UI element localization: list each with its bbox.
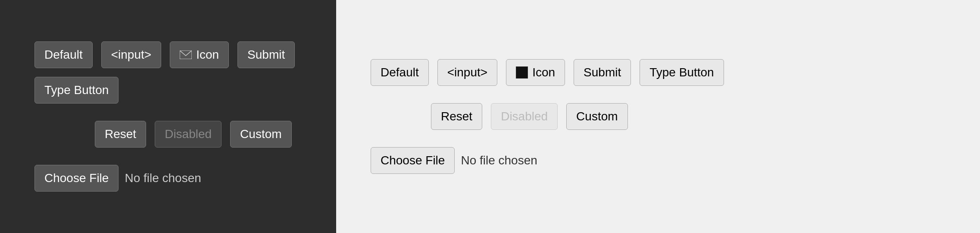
- light-panel: Default <input> Icon Submit Type Button …: [336, 0, 980, 233]
- dark-row-2: Reset Disabled Custom: [34, 121, 302, 148]
- light-reset-button[interactable]: Reset: [431, 103, 482, 130]
- dark-reset-button[interactable]: Reset: [95, 121, 146, 148]
- dark-disabled-button: Disabled: [155, 121, 222, 148]
- light-default-button[interactable]: Default: [371, 59, 429, 86]
- light-row-2: Reset Disabled Custom: [371, 103, 946, 130]
- dark-choose-file-button[interactable]: Choose File: [34, 165, 119, 192]
- dark-icon-button[interactable]: Icon: [170, 41, 229, 68]
- dark-icon-label: Icon: [196, 48, 219, 62]
- light-file-row: Choose File No file chosen: [371, 147, 946, 174]
- light-submit-button[interactable]: Submit: [574, 59, 631, 86]
- light-icon-label: Icon: [532, 66, 555, 79]
- dark-custom-button[interactable]: Custom: [230, 121, 291, 148]
- envelope-icon: [180, 50, 192, 59]
- dark-submit-button[interactable]: Submit: [237, 41, 295, 68]
- dark-file-row: Choose File No file chosen: [34, 165, 302, 192]
- dark-default-button[interactable]: Default: [34, 41, 93, 68]
- light-input-button[interactable]: <input>: [437, 59, 497, 86]
- light-custom-button[interactable]: Custom: [566, 103, 627, 130]
- dark-type-button[interactable]: Type Button: [34, 77, 119, 104]
- light-icon-button[interactable]: Icon: [506, 59, 565, 86]
- light-row-1: Default <input> Icon Submit Type Button: [371, 59, 946, 86]
- dark-input-button[interactable]: <input>: [101, 41, 161, 68]
- dark-row-1: Default <input> Icon Submit Type Button: [34, 41, 302, 104]
- dark-no-file-text: No file chosen: [125, 171, 201, 185]
- light-no-file-text: No file chosen: [461, 154, 537, 167]
- light-disabled-button: Disabled: [491, 103, 558, 130]
- dark-panel: Default <input> Icon Submit Type Button …: [0, 0, 336, 233]
- light-type-button[interactable]: Type Button: [640, 59, 724, 86]
- light-choose-file-button[interactable]: Choose File: [371, 147, 455, 174]
- square-icon: [516, 66, 528, 79]
